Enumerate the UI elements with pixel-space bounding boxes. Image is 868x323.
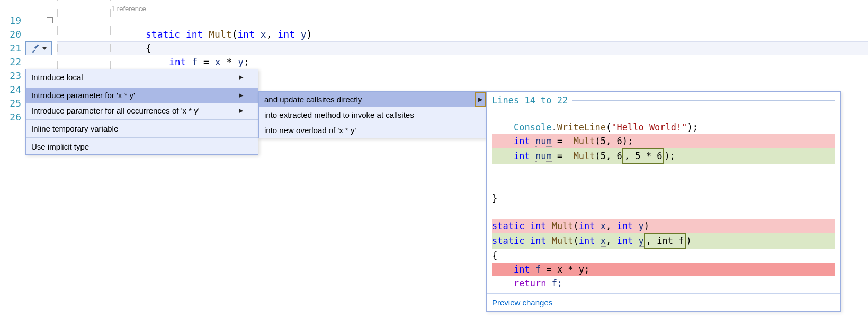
preview-expand-button[interactable]: ▶ (475, 92, 486, 107)
punct: ( (606, 122, 611, 133)
line-number: 19 (10, 14, 21, 28)
operator: = (557, 136, 562, 146)
line-number: 21 (10, 41, 21, 55)
menu-item-introduce-parameter[interactable]: Introduce parameter for 'x * y' ▶ (26, 88, 258, 103)
punct: ( (574, 221, 579, 231)
punct: . (552, 122, 557, 133)
keyword-int: int (579, 221, 595, 231)
preview-changes-panel: Lines 14 to 22 Console.WriteLine("Hello … (486, 91, 841, 312)
menu-item-use-implicit-type[interactable]: Use implicit type (26, 139, 258, 154)
keyword-int: int (237, 29, 255, 40)
keyword-int: int (530, 221, 547, 231)
args: (5, 6 (595, 151, 622, 161)
keyword-return: return (514, 278, 546, 289)
method-name: WriteLine (557, 122, 606, 133)
diff-insert-box: , 5 * 6 (622, 148, 665, 164)
punct: ) (307, 29, 312, 40)
menu-separator (26, 119, 258, 120)
keyword-int: int (278, 29, 295, 40)
param: x (601, 221, 606, 231)
menu-separator (26, 86, 258, 86)
local-var: num (535, 151, 552, 162)
code-editor: 19 20 21 22 23 24 25 26 − 1 reference st… (0, 0, 868, 323)
line-number: 20 (10, 28, 21, 41)
var: x (215, 56, 221, 67)
chevron-right-icon: ▶ (478, 96, 482, 103)
var: y (238, 56, 244, 67)
class-name: Console (514, 122, 552, 133)
menu-item-label: Introduce parameter for all occurrences … (31, 106, 200, 115)
keyword-static: static (492, 235, 524, 246)
expr: = x * y; (546, 264, 589, 275)
keyword-int: int (617, 221, 633, 231)
keyword-int: int (169, 56, 186, 67)
chevron-down-icon (42, 47, 47, 50)
param: y (639, 235, 644, 247)
line-number: 22 (10, 55, 21, 69)
chevron-right-icon: ▶ (239, 107, 243, 114)
quick-actions-submenu: and update callsites directly ▶ into ext… (258, 91, 486, 138)
keyword-int: int (617, 235, 633, 246)
operator: = (557, 151, 562, 161)
menu-item-introduce-parameter-all[interactable]: Introduce parameter for all occurrences … (26, 103, 258, 118)
submenu-item-new-overload[interactable]: into new overload of 'x * y' (259, 123, 486, 138)
local-var: f (535, 264, 541, 275)
punct: ) (644, 221, 649, 231)
keyword-int: int (514, 151, 530, 161)
param: x (601, 235, 606, 247)
brace: } (492, 193, 497, 204)
header-rule (572, 100, 835, 101)
menu-item-label: Introduce parameter for 'x * y' (31, 91, 135, 100)
quick-actions-menu: Introduce local ▶ Introduce parameter fo… (25, 69, 258, 155)
preview-header: Lines 14 to 22 (487, 92, 840, 107)
method-name: Mult (209, 29, 231, 40)
chevron-right-icon: ▶ (239, 74, 243, 81)
punct: , (606, 221, 616, 231)
brace: { (492, 250, 497, 261)
menu-item-label: Introduce local (31, 73, 83, 82)
args: ); (664, 151, 675, 161)
method-name: Mult (574, 136, 595, 146)
method-name: Mult (552, 235, 574, 246)
local-var: f (192, 56, 198, 67)
submenu-item-extracted-method[interactable]: into extracted method to invoke at calls… (259, 107, 486, 123)
keyword-int: int (514, 136, 530, 146)
chevron-right-icon: ▶ (239, 92, 243, 99)
punct: ( (574, 235, 579, 246)
method-name: Mult (552, 221, 574, 231)
method-name: Mult (574, 151, 595, 161)
args: (5, 6); (595, 136, 633, 146)
operator: = (203, 56, 209, 67)
keyword-int: int (530, 235, 547, 246)
punct: ); (687, 122, 698, 133)
screwdriver-icon (31, 43, 41, 53)
menu-item-label: Use implicit type (31, 142, 89, 151)
preview-code: Console.WriteLine("Hello World!"); int n… (487, 107, 840, 293)
menu-item-label: and update callsites directly (264, 95, 362, 104)
menu-item-label: into extracted method to invoke at calls… (264, 110, 414, 119)
menu-item-label: into new overload of 'x * y' (264, 126, 356, 135)
punct: ( (232, 29, 238, 40)
punct: , (266, 29, 272, 40)
keyword-static: static (492, 221, 524, 231)
string-literal: "Hello World!" (611, 122, 687, 133)
param: y (301, 29, 307, 40)
quick-actions-button[interactable] (25, 41, 52, 55)
menu-item-introduce-local[interactable]: Introduce local ▶ (26, 69, 258, 85)
preview-header-label: Lines 14 to 22 (492, 95, 568, 106)
fold-toggle[interactable]: − (47, 17, 53, 23)
line-number: 25 (10, 97, 21, 110)
line-number: 26 (10, 110, 21, 124)
submenu-item-update-callsites[interactable]: and update callsites directly ▶ (259, 92, 486, 107)
preview-changes-link[interactable]: Preview changes (492, 298, 552, 307)
param: y (639, 221, 644, 231)
punct: ; (244, 56, 249, 67)
return-expr: f; (552, 278, 562, 289)
diff-insert-box: , int f (644, 233, 686, 249)
menu-item-inline-temporary[interactable]: Inline temporary variable (26, 121, 258, 136)
keyword-int: int (579, 235, 595, 246)
line-number: 23 (10, 69, 21, 83)
punct: , (606, 235, 616, 246)
param: x (261, 29, 266, 40)
menu-item-label: Inline temporary variable (31, 124, 118, 133)
